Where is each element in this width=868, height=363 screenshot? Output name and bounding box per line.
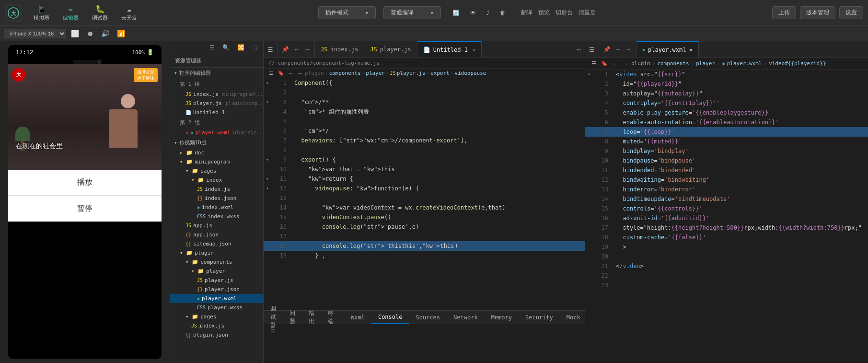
- console-tab-issues[interactable]: 问题: [283, 311, 302, 324]
- file-player-wxss[interactable]: CSS player.wxss: [170, 303, 263, 312]
- fold-arrow[interactable]: ▾: [264, 174, 271, 184]
- console-tab-wxml[interactable]: Wxml: [344, 311, 371, 324]
- file-sitemap-json[interactable]: {} sitemap.json: [170, 239, 263, 248]
- file-app-json[interactable]: {} app.json: [170, 230, 263, 239]
- file-player-js[interactable]: JS player.js: [170, 276, 263, 285]
- editor-more-btn[interactable]: ⋯: [573, 41, 585, 58]
- wxml-back-btn[interactable]: ←: [614, 46, 623, 53]
- fold-arrow[interactable]: ▾: [264, 78, 271, 88]
- open-file-index-js[interactable]: JS index.js miniprogram\...: [170, 90, 263, 99]
- folder-plugin[interactable]: ▾ 📁 plugin: [170, 248, 263, 258]
- tab-untitled[interactable]: 📄 Untitled-1 ✕: [417, 41, 482, 58]
- pause-button[interactable]: 暂停: [8, 196, 162, 222]
- version-mgmt-btn[interactable]: 版本管理: [800, 6, 835, 19]
- clear-cache-btn[interactable]: 🗑: [496, 8, 509, 18]
- wxml-sidebar-toggle[interactable]: ☰: [585, 41, 599, 58]
- console-tab-output[interactable]: 输出: [302, 311, 321, 324]
- fold-arrow[interactable]: ▾: [264, 155, 271, 164]
- wxml-fold-arrow[interactable]: ▾: [585, 70, 593, 79]
- preview-btn[interactable]: 👁: [466, 8, 480, 18]
- compile-dropdown[interactable]: 普通编译 ▾: [383, 6, 441, 19]
- breadcrumb-forward-btn[interactable]: →: [296, 70, 304, 77]
- open-editors-section[interactable]: ▾ 打开的编辑器: [170, 68, 263, 79]
- play-button[interactable]: 播放: [8, 170, 162, 196]
- wxml-bc-plugin[interactable]: plugin: [631, 60, 650, 67]
- fold-arrow[interactable]: ▾: [264, 97, 271, 107]
- folder-index[interactable]: ▾ 📁 index: [170, 176, 263, 185]
- file-app-js[interactable]: JS app.js: [170, 221, 263, 230]
- file-index-wxss[interactable]: CSS index.wxss: [170, 212, 263, 221]
- record-btn[interactable]: ⏺: [84, 29, 96, 38]
- mode-dropdown[interactable]: 插件模式 ▾: [318, 6, 376, 19]
- close-wxml-tab-icon[interactable]: ✕: [689, 47, 693, 53]
- wxml-forward-btn[interactable]: →: [625, 46, 633, 53]
- wxml-bc-components[interactable]: components: [657, 60, 689, 67]
- folder-doc[interactable]: ▸ 📁 doc: [170, 148, 263, 157]
- tab-index-js[interactable]: JS index.js: [315, 41, 364, 58]
- file-index-js[interactable]: JS index.js: [170, 185, 263, 194]
- pin-tab-btn[interactable]: 📌: [280, 46, 290, 53]
- cloud-btn[interactable]: ☁️ 云开发: [116, 2, 142, 23]
- console-tab-mock[interactable]: Mock: [560, 311, 587, 324]
- breadcrumb-player[interactable]: player: [366, 70, 385, 76]
- refresh-btn[interactable]: 🔄: [449, 8, 463, 18]
- console-toggle-btn[interactable]: ☰: [267, 327, 278, 336]
- tree-search-btn[interactable]: 🔍: [220, 43, 232, 52]
- wxml-pin-btn[interactable]: 📌: [602, 46, 612, 53]
- file-index-json[interactable]: {} index.json: [170, 194, 263, 203]
- open-file-player-wxml[interactable]: ✕ ◈ player.wxml plugin\c...: [170, 128, 263, 137]
- editor-btn[interactable]: ✏️ 编辑器: [58, 2, 83, 23]
- wxml-bc-back[interactable]: ←: [611, 60, 619, 67]
- wxml-bc-video[interactable]: video#{{playerid}}: [769, 60, 826, 67]
- wxml-bc-file[interactable]: player.wxml: [727, 60, 762, 67]
- tree-source-btn[interactable]: 🔀: [234, 43, 247, 52]
- editor-sidebar-toggle[interactable]: ☰: [264, 41, 278, 58]
- simulator-btn[interactable]: 📱 模拟器: [29, 2, 54, 23]
- wxml-bc-sidebar[interactable]: ☰: [590, 60, 598, 67]
- console-tab-terminal[interactable]: 终端: [321, 311, 340, 324]
- folder-miniprogram[interactable]: ▾ 📁 miniprogram: [170, 157, 263, 166]
- tab-player-js[interactable]: JS player.js: [364, 41, 417, 58]
- console-content[interactable]: ☰: [264, 324, 585, 363]
- file-plugin-index-js[interactable]: JS index.js: [170, 321, 263, 330]
- forward-btn[interactable]: →: [303, 46, 312, 53]
- breadcrumb-videopause[interactable]: videopause: [454, 70, 486, 76]
- folder-components[interactable]: ▾ 📁 components: [170, 258, 263, 267]
- console-tab-network[interactable]: Network: [447, 311, 485, 324]
- project-section[interactable]: ▾ 传视频ID版: [170, 137, 263, 148]
- file-player-json[interactable]: {} player.json: [170, 285, 263, 294]
- wxml-bc-forward[interactable]: →: [621, 60, 629, 67]
- audio-btn[interactable]: 🔊: [98, 29, 112, 38]
- console-tab-sources[interactable]: Sources: [409, 311, 447, 324]
- console-tab-console[interactable]: Console: [371, 311, 409, 324]
- wxml-code-area[interactable]: ▾1<video src="{{src}}"2 id="{{playerid}}…: [585, 70, 868, 363]
- console-tab-security[interactable]: Security: [519, 311, 560, 324]
- console-tab-debugger[interactable]: 调试器: [264, 311, 283, 324]
- network-btn[interactable]: 📶: [114, 29, 128, 38]
- wxml-bc-bookmark[interactable]: 🔖: [600, 60, 609, 67]
- back-btn[interactable]: ←: [292, 46, 301, 53]
- settings-btn[interactable]: 设置: [839, 6, 863, 19]
- code-area[interactable]: ▾1Component({2 ▾3 "cm">/**4 "cm">* 组件的属性…: [264, 78, 585, 260]
- breadcrumb-bookmark-btn[interactable]: 🔖: [276, 70, 286, 77]
- breadcrumb-export[interactable]: export: [430, 70, 450, 76]
- console-tab-memory[interactable]: Memory: [485, 311, 519, 324]
- breadcrumb-sidebar-btn[interactable]: ☰: [267, 70, 275, 77]
- folder-pages-plugin[interactable]: ▾ 📁 pages: [170, 312, 263, 321]
- fold-arrow[interactable]: ▾: [264, 184, 271, 193]
- folder-player[interactable]: ▾ 📁 player: [170, 267, 263, 276]
- wxml-bc-player[interactable]: player: [696, 60, 715, 67]
- tree-collapse-btn[interactable]: ☰: [207, 43, 218, 52]
- breadcrumb-back-btn[interactable]: ←: [287, 70, 295, 77]
- device-select[interactable]: iPhone X 100% 16: [4, 29, 66, 38]
- wxml-tab-player[interactable]: ◈ player.wxml ✕: [637, 41, 699, 58]
- breadcrumb-player-js[interactable]: player.js: [397, 70, 426, 76]
- tree-more-btn[interactable]: ⬚: [249, 43, 260, 52]
- breadcrumb-components[interactable]: components: [329, 70, 360, 76]
- file-plugin-json[interactable]: {} plugin.json: [170, 330, 263, 340]
- open-file-untitled[interactable]: 📄 Untitled-1: [170, 108, 263, 117]
- debugger-btn[interactable]: 🐛 调试器: [87, 2, 113, 23]
- close-tab-icon[interactable]: ✕: [473, 47, 475, 52]
- multi-send-btn[interactable]: ⤴: [483, 8, 493, 18]
- rotate-btn[interactable]: ⬜: [68, 29, 82, 38]
